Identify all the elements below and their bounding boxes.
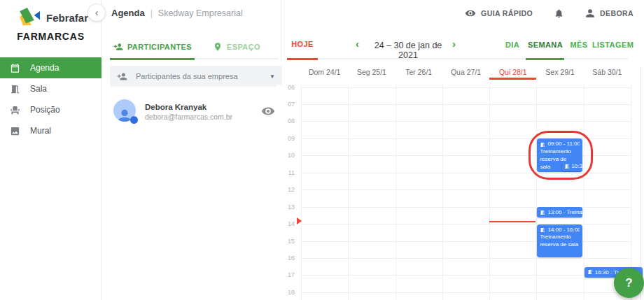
quick-guide-label: GUIA RÁPIDO <box>481 9 533 17</box>
top-bar: ‹ Agenda | Skedway Empresarial GUIA RÁPI… <box>102 0 644 27</box>
day-header-0[interactable]: Dom 24/1 <box>301 68 348 78</box>
person-icon <box>585 8 595 18</box>
tab-participantes[interactable]: PARTICIPANTES <box>110 38 195 55</box>
sidebar: Febrafar FARMARCAS AgendaSalaPosiçãoMura… <box>0 0 102 300</box>
event-title-line: Treinamento <box>540 148 580 156</box>
board-icon <box>10 126 20 136</box>
view-tab-listagem[interactable]: LISTAGEM <box>592 41 629 52</box>
user-label: DEBORA <box>600 9 634 17</box>
door-icon <box>540 210 545 215</box>
grid-line <box>301 87 631 88</box>
hour-label: 12 <box>276 186 295 193</box>
sidebar-item-mural[interactable]: Mural <box>0 120 102 141</box>
topbar-actions: GUIA RÁPIDO DEBORA <box>465 0 634 27</box>
panel-tab-indicator <box>110 58 195 60</box>
grid-line <box>301 121 631 122</box>
today-button[interactable]: HOJE <box>287 40 318 48</box>
day-header-3[interactable]: Qua 27/1 <box>442 68 489 78</box>
today-underline <box>489 78 536 80</box>
hour-label: 13 <box>276 203 295 210</box>
back-button[interactable]: ‹ <box>88 3 106 22</box>
panel-divider <box>281 0 281 61</box>
day-header-1[interactable]: Seg 25/1 <box>348 68 395 78</box>
notifications-button[interactable] <box>554 8 564 19</box>
location-pin-icon <box>213 42 223 52</box>
now-indicator-line <box>489 221 536 222</box>
hour-label: 08 <box>276 117 295 124</box>
door-icon <box>564 164 570 169</box>
day-header-4[interactable]: Qui 28/1 <box>489 68 536 78</box>
view-tab-dia[interactable]: DIA <box>498 41 526 52</box>
door-icon <box>540 142 545 148</box>
eye-icon <box>465 8 476 19</box>
febrafar-logo: Febrafar <box>18 8 88 27</box>
hour-label: 11 <box>276 169 295 176</box>
participants-select[interactable]: Participantes da sua empresa ▼ <box>110 66 282 87</box>
hour-label: 14 <box>276 220 295 227</box>
tab-espaco[interactable]: ESPAÇO <box>195 38 278 55</box>
event-block-treinamento-1400[interactable]: 14:00 - 16:00Treinamentoreserva de sala <box>537 224 582 257</box>
next-week-button[interactable]: › <box>452 38 456 50</box>
sidebar-item-label: Agenda <box>30 63 59 73</box>
event-time-label: 13:00 - Treinamer <box>547 209 582 215</box>
grid-line <box>396 85 396 300</box>
sidebar-item-label: Mural <box>30 126 51 136</box>
day-header-2[interactable]: Ter 26/1 <box>396 68 442 78</box>
group-add-icon <box>117 71 127 82</box>
door-icon <box>540 227 545 233</box>
sidebar-item-agenda[interactable]: Agenda <box>0 57 102 78</box>
hour-label: 18 <box>276 289 295 296</box>
event-sub-badge[interactable]: 10:30 <box>562 162 582 171</box>
event-title-line: reserva de sala <box>540 241 580 249</box>
chevron-left-icon: ‹ <box>95 7 99 18</box>
hour-label: 06 <box>276 85 295 91</box>
febrafar-logo-icon <box>18 8 42 27</box>
event-header: 14:00 - 16:00 <box>540 227 580 234</box>
participant-row[interactable]: Debora Kranyakdebora@farmarcas.com.br <box>110 97 282 127</box>
view-tab-semana[interactable]: SEMANA <box>527 41 564 52</box>
group-add-icon <box>113 42 123 52</box>
brand-name: Febrafar <box>46 12 88 24</box>
participant-name: Debora Kranyak <box>145 103 206 111</box>
now-indicator-arrow <box>297 217 302 224</box>
sidebar-item-label: Posição <box>30 105 60 115</box>
event-time-label: 14:00 - 16:00 <box>547 227 580 234</box>
door-icon <box>587 269 593 275</box>
tab-label: PARTICIPANTES <box>127 43 192 51</box>
hour-label: 10 <box>276 152 295 159</box>
quick-guide-button[interactable]: GUIA RÁPIDO <box>465 8 533 19</box>
grid-line <box>301 85 302 300</box>
day-header-5[interactable]: Sex 29/1 <box>536 68 583 78</box>
breadcrumb-separator: | <box>150 8 153 18</box>
calendar-grid: 0607080910111213141516171809:00 - 11:00T… <box>276 85 644 300</box>
event-block-treinamento-0900[interactable]: 09:00 - 11:00Treinamentoreserva desala10… <box>537 138 582 171</box>
bell-icon <box>554 8 564 19</box>
skedway-agenda-app: Febrafar FARMARCAS AgendaSalaPosiçãoMura… <box>0 0 644 300</box>
user-menu-button[interactable]: DEBORA <box>585 8 634 18</box>
hour-label: 15 <box>276 238 295 245</box>
day-header-6[interactable]: Sáb 30/1 <box>584 68 631 78</box>
sidebar-item-sala[interactable]: Sala <box>0 78 102 99</box>
hour-label: 09 <box>276 135 295 142</box>
view-indicator <box>526 58 564 60</box>
event-chip-treinamento-1300[interactable]: 13:00 - Treinamer <box>537 207 582 217</box>
calendar-icon <box>10 63 20 73</box>
event-header: 09:00 - 11:00 <box>540 141 580 148</box>
visibility-toggle-button[interactable] <box>261 104 275 118</box>
sidebar-item-label: Sala <box>30 84 47 94</box>
help-fab[interactable]: ? <box>614 268 644 298</box>
sidebar-nav: AgendaSalaPosiçãoMural <box>0 57 102 141</box>
prev-week-button[interactable]: ‹ <box>356 38 359 50</box>
grid-line <box>301 275 631 276</box>
sidebar-item-posio[interactable]: Posição <box>0 99 102 120</box>
breadcrumb: Agenda | Skedway Empresarial <box>111 8 243 18</box>
status-dot <box>130 116 138 124</box>
grid-line <box>348 85 349 300</box>
calendar-tab-track <box>287 58 628 59</box>
grid-line <box>301 173 631 173</box>
page-subtitle: Skedway Empresarial <box>158 8 243 18</box>
scroll-rail <box>640 66 641 300</box>
hour-label: 17 <box>276 271 295 278</box>
view-tab-ms[interactable]: MÊS <box>567 41 591 52</box>
help-fab-label: ? <box>625 276 632 290</box>
